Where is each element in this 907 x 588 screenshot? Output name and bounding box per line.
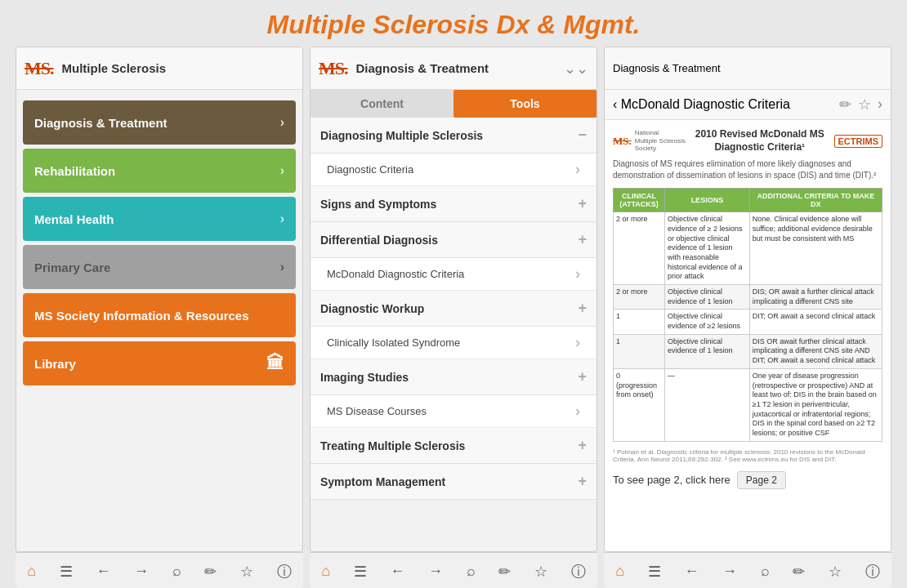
info-icon[interactable]: ⓘ xyxy=(571,562,586,581)
list-item-differential[interactable]: Differential Diagnosis + xyxy=(311,222,596,258)
dx-table: CLINICAL(ATTACKS) LESIONS ADDITIONAL CRI… xyxy=(613,188,882,441)
chevron-right-icon: › xyxy=(575,265,580,283)
plus-icon: + xyxy=(578,231,587,248)
list-item-label: McDonald Diagnostic Criteria xyxy=(327,268,464,280)
list-item-signs-symptoms[interactable]: Signs and Symptoms + xyxy=(311,186,596,222)
table-cell: Objective clinical evidence of ≥2 lesion… xyxy=(665,310,750,334)
menu-item-rehab[interactable]: Rehabilitation › xyxy=(23,149,296,193)
list-item-mcdonald[interactable]: McDonald Diagnostic Criteria › xyxy=(311,258,596,291)
forward-icon[interactable]: → xyxy=(722,563,737,580)
back-icon[interactable]: ← xyxy=(390,563,404,580)
toolbar-right: ⌂ ☰ ← → ⌕ ✏ ☆ ⓘ xyxy=(604,552,891,588)
plus-icon: + xyxy=(578,368,587,385)
list-item-cis[interactable]: Clinically Isolated Syndrome › xyxy=(311,327,596,359)
back-icon[interactable]: ← xyxy=(96,563,110,580)
page2-text: To see page 2, click here xyxy=(613,474,731,486)
toolbars-row: ⌂ ☰ ← → ⌕ ✏ ☆ ⓘ ⌂ ☰ ← → ⌕ ✏ ☆ ⓘ ⌂ ☰ ← → … xyxy=(12,552,895,588)
table-cell: — xyxy=(665,368,750,441)
page2-button[interactable]: Page 2 xyxy=(737,471,786,489)
star-icon[interactable]: ☆ xyxy=(829,563,842,581)
mcdonald-top: MS. NationalMultiple SclerosisSociety 20… xyxy=(613,128,882,154)
info-icon[interactable]: ⓘ xyxy=(277,562,292,581)
table-cell: 2 or more xyxy=(614,212,665,285)
list-item-ms-courses[interactable]: MS Disease Courses › xyxy=(311,395,596,428)
table-row: 2 or more Objective clinical evidence of… xyxy=(614,285,882,310)
table-cell: 1 xyxy=(614,334,665,368)
star-icon[interactable]: ☆ xyxy=(240,563,253,581)
panel2-list: Diagnosing Multiple Sclerosis − Diagnost… xyxy=(311,118,596,551)
back-button[interactable]: ‹ McDonald Diagnostic Criteria xyxy=(613,97,790,112)
tab-content[interactable]: Content xyxy=(311,90,454,118)
star-icon[interactable]: ☆ xyxy=(858,96,871,114)
plus-icon: + xyxy=(578,300,587,317)
list-icon[interactable]: ☰ xyxy=(354,563,367,581)
list-item-label: Imaging Studies xyxy=(320,371,409,384)
toolbar-middle: ⌂ ☰ ← → ⌕ ✏ ☆ ⓘ xyxy=(310,552,597,588)
ectrims-logo: ECTRIMS xyxy=(834,135,883,148)
chevron-icon: › xyxy=(280,212,284,226)
list-item-imaging[interactable]: Imaging Studies + xyxy=(311,359,596,395)
menu-item-ms-society[interactable]: MS Society Information & Resources xyxy=(23,293,296,337)
info-icon[interactable]: ⓘ xyxy=(865,562,880,581)
panels-container: MS. Multiple Sclerosis Diagnosis & Treat… xyxy=(12,47,895,552)
table-cell: None. Clinical evidence alone will suffi… xyxy=(749,212,882,285)
minus-icon: − xyxy=(578,127,587,144)
library-icon: 🏛 xyxy=(266,353,284,374)
ms-logo-middle: MS. xyxy=(319,58,348,79)
table-cell: 1 xyxy=(614,310,665,334)
table-header-lesions: LESIONS xyxy=(665,189,750,212)
list-item-symptom[interactable]: Symptom Management + xyxy=(311,464,596,500)
menu-item-primary-care[interactable]: Primary Care › xyxy=(23,245,296,289)
panel-left: MS. Multiple Sclerosis Diagnosis & Treat… xyxy=(16,47,303,552)
list-item-label: Signs and Symptoms xyxy=(320,198,436,211)
table-header-criteria: ADDITIONAL CRITERIA TO MAKE DX xyxy=(749,189,882,212)
dropdown-icon[interactable]: ⌄⌄ xyxy=(564,60,588,78)
forward-icon[interactable]: → xyxy=(134,563,149,580)
plus-icon: + xyxy=(578,437,587,454)
home-icon[interactable]: ⌂ xyxy=(321,563,330,580)
search-icon[interactable]: ⌕ xyxy=(761,563,770,580)
menu-item-diagnosis[interactable]: Diagnosis & Treatment › xyxy=(23,100,296,145)
menu-item-label: Mental Health xyxy=(34,212,114,226)
back-label: McDonald Diagnostic Criteria xyxy=(621,97,790,111)
chevron-icon: › xyxy=(280,260,284,274)
forward-icon[interactable]: › xyxy=(878,96,882,114)
list-item-label: Treating Multiple Sclerosis xyxy=(320,439,465,452)
menu-item-library[interactable]: Library 🏛 xyxy=(23,341,296,385)
panel-right: Diagnosis & Treatment ‹ McDonald Diagnos… xyxy=(604,47,891,552)
forward-icon[interactable]: → xyxy=(428,563,443,580)
search-icon[interactable]: ⌕ xyxy=(172,563,181,580)
back-icon[interactable]: ← xyxy=(684,563,699,580)
list-item-diagnostic-criteria[interactable]: Diagnostic Criteria › xyxy=(311,154,596,186)
mcdonald-heading: 2010 Revised McDonald MS Diagnostic Crit… xyxy=(692,128,828,154)
star-icon[interactable]: ☆ xyxy=(534,563,547,581)
panel3-title: Diagnosis & Treatment xyxy=(613,62,721,74)
list-icon[interactable]: ☰ xyxy=(60,563,73,581)
table-cell: One year of disease progression (retrosp… xyxy=(749,368,882,441)
table-row: 1 Objective clinical evidence of 1 lesio… xyxy=(614,334,882,368)
pencil-icon[interactable]: ✏ xyxy=(204,563,217,581)
menu-item-label: Rehabilitation xyxy=(34,164,115,178)
chevron-icon: › xyxy=(280,163,284,178)
list-item-label: Symptom Management xyxy=(320,475,445,488)
edit-icon[interactable]: ✏ xyxy=(839,96,851,114)
list-item-label: Differential Diagnosis xyxy=(320,234,438,247)
home-icon[interactable]: ⌂ xyxy=(615,563,624,580)
home-icon[interactable]: ⌂ xyxy=(27,563,36,580)
pencil-icon[interactable]: ✏ xyxy=(793,563,805,581)
list-item-treating[interactable]: Treating Multiple Sclerosis + xyxy=(311,428,596,464)
panel1-header: MS. Multiple Sclerosis xyxy=(16,47,302,90)
panel2-tabs: Content Tools xyxy=(311,90,596,118)
list-item-diagnostic-workup[interactable]: Diagnostic Workup + xyxy=(311,291,596,327)
table-cell: 0 (progression from onset) xyxy=(614,368,665,441)
tab-tools[interactable]: Tools xyxy=(454,90,596,118)
table-cell: DIS; OR await a further clinical attack … xyxy=(749,285,882,310)
menu-item-mental-health[interactable]: Mental Health › xyxy=(23,197,296,241)
table-row: 1 Objective clinical evidence of ≥2 lesi… xyxy=(614,310,882,334)
pencil-icon[interactable]: ✏ xyxy=(498,563,511,581)
page-header: Multiple Sclerosis Dx & Mgmt. xyxy=(267,0,641,47)
list-item-diagnosing[interactable]: Diagnosing Multiple Sclerosis − xyxy=(311,118,596,154)
search-icon[interactable]: ⌕ xyxy=(467,563,476,580)
list-icon[interactable]: ☰ xyxy=(648,563,661,581)
chevron-right-icon: › xyxy=(575,334,580,351)
